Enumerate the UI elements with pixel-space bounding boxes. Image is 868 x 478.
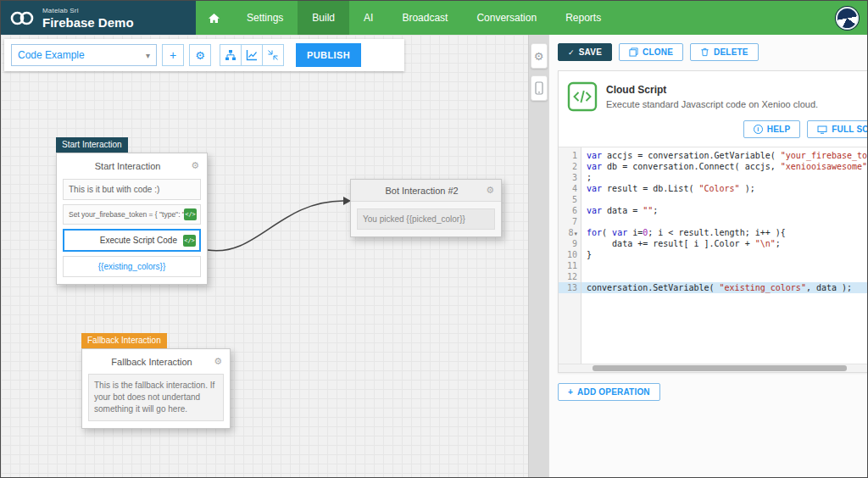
code-line[interactable]: var db = conversation.Connect( accjs, "x… [587, 161, 868, 172]
top-navbar: Matelab Srl Firebase Demo Settings Build… [1, 1, 867, 35]
node-row-execute-script[interactable]: Execute Script Code </> [63, 229, 201, 252]
detail-actions: ✓ SAVE CLONE DELETE [558, 43, 868, 61]
gutter-line[interactable]: 5 [559, 194, 581, 205]
gear-icon[interactable]: ⚙ [486, 185, 494, 196]
publish-button[interactable]: PUBLISH [296, 43, 361, 67]
fallback-node-header: Fallback Interaction ⚙ [88, 352, 224, 370]
gear-icon[interactable]: ⚙ [191, 160, 199, 171]
collapse-button[interactable] [262, 44, 284, 66]
gutter-line[interactable]: 8▾ [559, 227, 581, 238]
canvas-side-strip: ⚙ [528, 35, 548, 477]
script-icon: </> [184, 208, 197, 220]
nav-build[interactable]: Build [298, 1, 349, 35]
start-node-tag[interactable]: Start Interaction [56, 137, 128, 153]
fallback-node-tag[interactable]: Fallback Interaction [81, 333, 167, 348]
start-node-card[interactable]: Start Interaction ⚙ This is it but with … [56, 153, 208, 285]
flow-select[interactable]: Code Example ▾ [11, 44, 157, 66]
code-editor[interactable]: 12345678▾910111213 var accjs = conversat… [559, 147, 868, 364]
code-line[interactable]: var accjs = conversation.GetVariable( "y… [587, 150, 868, 161]
canvas-settings-button[interactable]: ⚙ [531, 43, 548, 69]
cloud-script-icon [567, 81, 598, 112]
scrollbar-thumb[interactable] [593, 365, 847, 371]
fallback-node-text[interactable]: This is the fallback interaction. If you… [88, 374, 224, 421]
editor-code: var accjs = conversation.GetVariable( "y… [581, 147, 868, 364]
chevron-down-icon: ▾ [146, 51, 150, 60]
gutter-line[interactable]: 1 [559, 150, 581, 161]
node-row-variable-chip[interactable]: {{existing_colors}} [63, 256, 201, 277]
nav-conversation[interactable]: Conversation [462, 1, 551, 35]
gutter-line[interactable]: 9 [559, 238, 581, 249]
fullscreen-label: FULL SCREEN [832, 125, 868, 134]
execute-script-label: Execute Script Code [100, 236, 177, 245]
add-operation-button[interactable]: + ADD OPERATION [558, 383, 660, 401]
code-line[interactable] [587, 216, 868, 227]
bot-node-row[interactable]: You picked {{picked_color}} [357, 208, 495, 230]
code-line[interactable] [587, 260, 868, 271]
code-line[interactable]: for( var i=0; i < result.length; i++ ){ [587, 227, 868, 238]
nav-home[interactable] [196, 1, 232, 35]
nav-broadcast[interactable]: Broadcast [387, 1, 462, 35]
gear-icon[interactable]: ⚙ [214, 356, 222, 367]
gutter-line[interactable]: 12 [559, 271, 581, 282]
gutter-line[interactable]: 3 [559, 172, 581, 183]
gutter-line[interactable]: 4 [559, 183, 581, 194]
mobile-preview-button[interactable] [531, 75, 548, 101]
node-row-set-variable[interactable]: Set your_firebase_token = { "type": "s..… [63, 204, 201, 225]
nav-reports[interactable]: Reports [551, 1, 615, 35]
flow-toolbar: Code Example ▾ + ⚙ [4, 39, 404, 71]
brand[interactable]: Matelab Srl Firebase Demo [1, 1, 196, 35]
code-line[interactable]: var data = ""; [587, 205, 868, 216]
set-variable-label: Set your_firebase_token = { "type": "s..… [69, 210, 194, 219]
nav-settings[interactable]: Settings [232, 1, 298, 35]
sitemap-icon [225, 49, 236, 61]
operation-titles: Cloud Script Execute standard Javascript… [606, 81, 818, 112]
node-row-text[interactable]: This is it but with code :) [63, 179, 201, 200]
flow-settings-button[interactable]: ⚙ [189, 44, 211, 66]
gutter-line[interactable]: 6 [559, 205, 581, 216]
help-button[interactable]: i HELP [743, 120, 800, 138]
plus-icon: + [568, 387, 573, 397]
gear-icon: ⚙ [195, 49, 205, 62]
save-button[interactable]: ✓ SAVE [558, 43, 612, 61]
bot-node-title: Bot Interaction #2 [358, 186, 486, 196]
code-line[interactable]: var result = db.List( "Colors" ); [587, 183, 868, 194]
gutter-line[interactable]: 10 [559, 249, 581, 260]
operation-subtitle: Execute standard Javascript code on Xeni… [606, 99, 818, 109]
add-flow-button[interactable]: + [162, 44, 184, 66]
nav-ai[interactable]: AI [349, 1, 387, 35]
save-label: SAVE [579, 47, 602, 57]
code-line[interactable] [587, 271, 868, 282]
main-nav: Settings Build AI Broadcast Conversation… [196, 1, 867, 35]
gutter-line[interactable]: 7 [559, 216, 581, 227]
script-icon: </> [183, 235, 196, 247]
fallback-node-title: Fallback Interaction [90, 357, 214, 367]
delete-button[interactable]: DELETE [690, 43, 759, 61]
code-line[interactable]: } [587, 249, 868, 260]
brand-text: Matelab Srl Firebase Demo [42, 7, 134, 30]
auto-layout-button[interactable] [220, 44, 242, 66]
app-title: Firebase Demo [42, 15, 134, 30]
editor-horizontal-scrollbar[interactable] [559, 364, 868, 372]
statistics-button[interactable] [241, 44, 263, 66]
clone-icon [629, 47, 638, 57]
clone-label: CLONE [643, 47, 673, 57]
clone-button[interactable]: CLONE [619, 43, 683, 61]
code-line[interactable] [587, 194, 868, 205]
flow-canvas[interactable]: Code Example ▾ + ⚙ [1, 35, 528, 477]
company-name: Matelab Srl [42, 7, 134, 14]
gutter-line[interactable]: 13 [559, 282, 581, 293]
gutter-line[interactable]: 11 [559, 260, 581, 271]
operation-actions: i HELP FULL SCREEN [559, 117, 868, 147]
code-line[interactable]: ; [587, 172, 868, 183]
gutter-line[interactable]: 2 [559, 161, 581, 172]
fallback-node-card[interactable]: Fallback Interaction ⚙ This is the fallb… [81, 348, 231, 429]
editor-gutter: 12345678▾910111213 [559, 147, 581, 364]
code-line[interactable]: conversation.SetVariable( "existing_colo… [581, 282, 868, 293]
info-icon: i [754, 125, 763, 134]
fullscreen-button[interactable]: FULL SCREEN [807, 120, 868, 138]
flow-select-value: Code Example [18, 49, 85, 61]
bot-node-card[interactable]: Bot Interaction #2 ⚙ You picked {{picked… [350, 179, 502, 237]
user-avatar[interactable] [836, 7, 859, 30]
fold-icon[interactable]: ▾ [574, 231, 577, 237]
code-line[interactable]: data += result[ i ].Color + "\n"; [587, 238, 868, 249]
